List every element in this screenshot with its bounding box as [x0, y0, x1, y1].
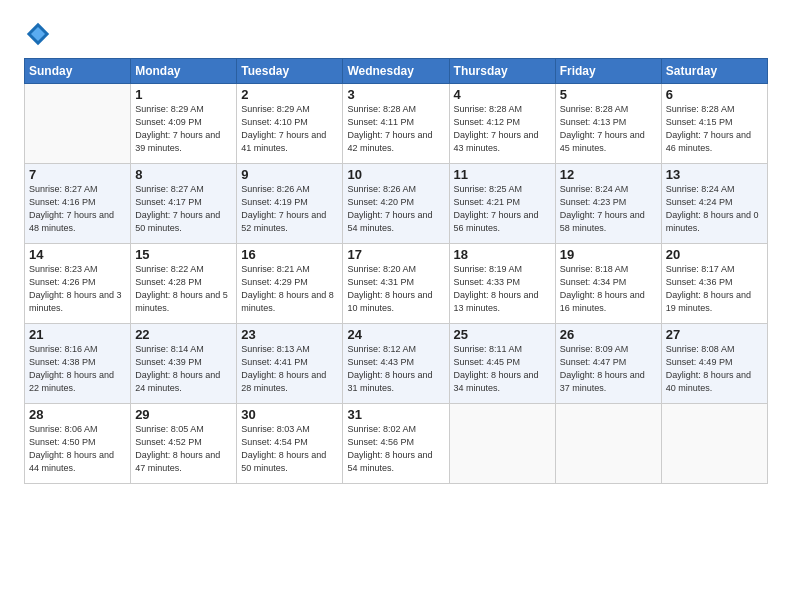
- calendar-cell: 24Sunrise: 8:12 AMSunset: 4:43 PMDayligh…: [343, 324, 449, 404]
- day-number: 27: [666, 327, 763, 342]
- day-info: Sunrise: 8:22 AMSunset: 4:28 PMDaylight:…: [135, 263, 232, 315]
- header: [24, 20, 768, 48]
- calendar-cell: [555, 404, 661, 484]
- day-number: 5: [560, 87, 657, 102]
- calendar-cell: 21Sunrise: 8:16 AMSunset: 4:38 PMDayligh…: [25, 324, 131, 404]
- day-info: Sunrise: 8:24 AMSunset: 4:23 PMDaylight:…: [560, 183, 657, 235]
- day-number: 23: [241, 327, 338, 342]
- calendar-cell: 31Sunrise: 8:02 AMSunset: 4:56 PMDayligh…: [343, 404, 449, 484]
- calendar-cell: 8Sunrise: 8:27 AMSunset: 4:17 PMDaylight…: [131, 164, 237, 244]
- day-number: 26: [560, 327, 657, 342]
- day-number: 17: [347, 247, 444, 262]
- day-info: Sunrise: 8:14 AMSunset: 4:39 PMDaylight:…: [135, 343, 232, 395]
- day-number: 18: [454, 247, 551, 262]
- calendar-cell: 26Sunrise: 8:09 AMSunset: 4:47 PMDayligh…: [555, 324, 661, 404]
- day-info: Sunrise: 8:08 AMSunset: 4:49 PMDaylight:…: [666, 343, 763, 395]
- calendar-cell: 1Sunrise: 8:29 AMSunset: 4:09 PMDaylight…: [131, 84, 237, 164]
- day-info: Sunrise: 8:19 AMSunset: 4:33 PMDaylight:…: [454, 263, 551, 315]
- day-number: 14: [29, 247, 126, 262]
- day-info: Sunrise: 8:06 AMSunset: 4:50 PMDaylight:…: [29, 423, 126, 475]
- day-number: 22: [135, 327, 232, 342]
- day-number: 25: [454, 327, 551, 342]
- day-number: 1: [135, 87, 232, 102]
- calendar-cell: 29Sunrise: 8:05 AMSunset: 4:52 PMDayligh…: [131, 404, 237, 484]
- day-number: 6: [666, 87, 763, 102]
- calendar-cell: 9Sunrise: 8:26 AMSunset: 4:19 PMDaylight…: [237, 164, 343, 244]
- day-info: Sunrise: 8:27 AMSunset: 4:16 PMDaylight:…: [29, 183, 126, 235]
- logo-icon: [24, 20, 52, 48]
- day-number: 30: [241, 407, 338, 422]
- calendar-cell: 2Sunrise: 8:29 AMSunset: 4:10 PMDaylight…: [237, 84, 343, 164]
- day-info: Sunrise: 8:28 AMSunset: 4:11 PMDaylight:…: [347, 103, 444, 155]
- calendar-cell: 13Sunrise: 8:24 AMSunset: 4:24 PMDayligh…: [661, 164, 767, 244]
- day-info: Sunrise: 8:05 AMSunset: 4:52 PMDaylight:…: [135, 423, 232, 475]
- calendar-cell: 25Sunrise: 8:11 AMSunset: 4:45 PMDayligh…: [449, 324, 555, 404]
- day-info: Sunrise: 8:28 AMSunset: 4:13 PMDaylight:…: [560, 103, 657, 155]
- calendar-cell: 11Sunrise: 8:25 AMSunset: 4:21 PMDayligh…: [449, 164, 555, 244]
- page: SundayMondayTuesdayWednesdayThursdayFrid…: [0, 0, 792, 612]
- day-info: Sunrise: 8:26 AMSunset: 4:20 PMDaylight:…: [347, 183, 444, 235]
- week-row-4: 21Sunrise: 8:16 AMSunset: 4:38 PMDayligh…: [25, 324, 768, 404]
- day-info: Sunrise: 8:12 AMSunset: 4:43 PMDaylight:…: [347, 343, 444, 395]
- calendar-cell: [25, 84, 131, 164]
- calendar-cell: 18Sunrise: 8:19 AMSunset: 4:33 PMDayligh…: [449, 244, 555, 324]
- day-info: Sunrise: 8:03 AMSunset: 4:54 PMDaylight:…: [241, 423, 338, 475]
- day-number: 15: [135, 247, 232, 262]
- calendar-cell: 16Sunrise: 8:21 AMSunset: 4:29 PMDayligh…: [237, 244, 343, 324]
- header-day-tuesday: Tuesday: [237, 59, 343, 84]
- day-info: Sunrise: 8:23 AMSunset: 4:26 PMDaylight:…: [29, 263, 126, 315]
- calendar-cell: [661, 404, 767, 484]
- day-number: 21: [29, 327, 126, 342]
- day-info: Sunrise: 8:09 AMSunset: 4:47 PMDaylight:…: [560, 343, 657, 395]
- day-info: Sunrise: 8:18 AMSunset: 4:34 PMDaylight:…: [560, 263, 657, 315]
- calendar-cell: 14Sunrise: 8:23 AMSunset: 4:26 PMDayligh…: [25, 244, 131, 324]
- calendar-cell: 17Sunrise: 8:20 AMSunset: 4:31 PMDayligh…: [343, 244, 449, 324]
- calendar-cell: 15Sunrise: 8:22 AMSunset: 4:28 PMDayligh…: [131, 244, 237, 324]
- day-info: Sunrise: 8:20 AMSunset: 4:31 PMDaylight:…: [347, 263, 444, 315]
- calendar-cell: 5Sunrise: 8:28 AMSunset: 4:13 PMDaylight…: [555, 84, 661, 164]
- calendar-cell: 6Sunrise: 8:28 AMSunset: 4:15 PMDaylight…: [661, 84, 767, 164]
- header-day-monday: Monday: [131, 59, 237, 84]
- day-info: Sunrise: 8:02 AMSunset: 4:56 PMDaylight:…: [347, 423, 444, 475]
- calendar-cell: 10Sunrise: 8:26 AMSunset: 4:20 PMDayligh…: [343, 164, 449, 244]
- day-info: Sunrise: 8:13 AMSunset: 4:41 PMDaylight:…: [241, 343, 338, 395]
- calendar-cell: 28Sunrise: 8:06 AMSunset: 4:50 PMDayligh…: [25, 404, 131, 484]
- day-info: Sunrise: 8:24 AMSunset: 4:24 PMDaylight:…: [666, 183, 763, 235]
- day-number: 7: [29, 167, 126, 182]
- day-number: 31: [347, 407, 444, 422]
- day-info: Sunrise: 8:26 AMSunset: 4:19 PMDaylight:…: [241, 183, 338, 235]
- day-number: 4: [454, 87, 551, 102]
- day-info: Sunrise: 8:28 AMSunset: 4:12 PMDaylight:…: [454, 103, 551, 155]
- calendar-cell: 22Sunrise: 8:14 AMSunset: 4:39 PMDayligh…: [131, 324, 237, 404]
- header-day-saturday: Saturday: [661, 59, 767, 84]
- day-number: 13: [666, 167, 763, 182]
- day-number: 29: [135, 407, 232, 422]
- calendar-cell: 20Sunrise: 8:17 AMSunset: 4:36 PMDayligh…: [661, 244, 767, 324]
- header-day-sunday: Sunday: [25, 59, 131, 84]
- day-info: Sunrise: 8:11 AMSunset: 4:45 PMDaylight:…: [454, 343, 551, 395]
- day-number: 28: [29, 407, 126, 422]
- day-number: 8: [135, 167, 232, 182]
- day-number: 20: [666, 247, 763, 262]
- week-row-5: 28Sunrise: 8:06 AMSunset: 4:50 PMDayligh…: [25, 404, 768, 484]
- calendar-cell: [449, 404, 555, 484]
- calendar-cell: 3Sunrise: 8:28 AMSunset: 4:11 PMDaylight…: [343, 84, 449, 164]
- day-info: Sunrise: 8:28 AMSunset: 4:15 PMDaylight:…: [666, 103, 763, 155]
- day-number: 24: [347, 327, 444, 342]
- day-number: 10: [347, 167, 444, 182]
- calendar-cell: 12Sunrise: 8:24 AMSunset: 4:23 PMDayligh…: [555, 164, 661, 244]
- calendar-cell: 7Sunrise: 8:27 AMSunset: 4:16 PMDaylight…: [25, 164, 131, 244]
- day-number: 2: [241, 87, 338, 102]
- header-row: SundayMondayTuesdayWednesdayThursdayFrid…: [25, 59, 768, 84]
- calendar-cell: 19Sunrise: 8:18 AMSunset: 4:34 PMDayligh…: [555, 244, 661, 324]
- day-info: Sunrise: 8:29 AMSunset: 4:10 PMDaylight:…: [241, 103, 338, 155]
- day-info: Sunrise: 8:25 AMSunset: 4:21 PMDaylight:…: [454, 183, 551, 235]
- header-day-thursday: Thursday: [449, 59, 555, 84]
- logo: [24, 20, 56, 48]
- calendar-cell: 30Sunrise: 8:03 AMSunset: 4:54 PMDayligh…: [237, 404, 343, 484]
- week-row-1: 1Sunrise: 8:29 AMSunset: 4:09 PMDaylight…: [25, 84, 768, 164]
- calendar-cell: 4Sunrise: 8:28 AMSunset: 4:12 PMDaylight…: [449, 84, 555, 164]
- day-number: 3: [347, 87, 444, 102]
- day-info: Sunrise: 8:17 AMSunset: 4:36 PMDaylight:…: [666, 263, 763, 315]
- day-info: Sunrise: 8:29 AMSunset: 4:09 PMDaylight:…: [135, 103, 232, 155]
